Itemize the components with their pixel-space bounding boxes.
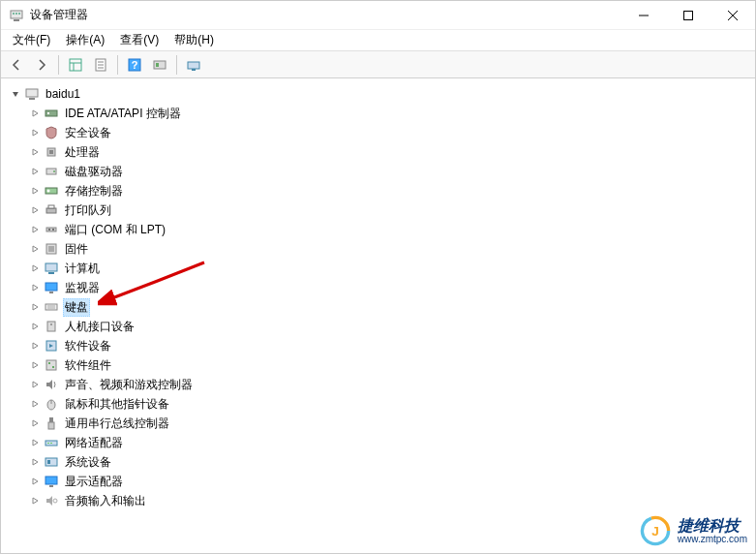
svg-text:J: J — [651, 524, 659, 539]
svg-rect-39 — [45, 263, 57, 271]
svg-rect-24 — [45, 110, 57, 116]
disk-icon — [44, 164, 59, 179]
forward-button[interactable] — [30, 53, 53, 77]
tree-node[interactable]: 存储控制器 — [5, 181, 751, 200]
svg-rect-42 — [49, 292, 53, 293]
tree-node[interactable]: 鼠标和其他指针设备 — [5, 394, 751, 414]
menu-help[interactable]: 帮助(H) — [166, 29, 222, 51]
tree-node[interactable]: 磁盘驱动器 — [5, 162, 751, 181]
expand-icon[interactable] — [28, 165, 42, 178]
tree-node[interactable]: 系统设备 — [5, 452, 751, 472]
tree-node-label: 计算机 — [63, 260, 102, 278]
expand-icon[interactable] — [28, 281, 42, 294]
svg-rect-27 — [49, 150, 53, 154]
tree-node[interactable]: 人机接口设备 — [5, 317, 751, 336]
svg-rect-54 — [49, 417, 53, 422]
expand-icon[interactable] — [28, 184, 42, 198]
tree-node[interactable]: 通用串行总线控制器 — [5, 414, 751, 433]
printer-icon — [44, 202, 59, 218]
svg-rect-25 — [47, 112, 49, 114]
tree-node[interactable]: 打印队列 — [5, 200, 751, 220]
expand-icon[interactable] — [28, 107, 42, 120]
expand-icon[interactable] — [28, 416, 42, 430]
tree-node-label: 软件设备 — [63, 337, 113, 355]
scan-hardware-button[interactable] — [148, 53, 171, 77]
svg-rect-38 — [48, 246, 54, 252]
devices-by-connection-button[interactable] — [182, 53, 205, 77]
minimize-button[interactable] — [621, 1, 666, 30]
properties-button[interactable] — [89, 53, 112, 77]
tree-node[interactable]: IDE ATA/ATAPI 控制器 — [5, 104, 751, 123]
watermark: J 捷维科技 www.zmtpc.com — [639, 514, 747, 547]
svg-rect-33 — [48, 205, 54, 208]
tree-node[interactable]: 安全设备 — [5, 123, 751, 142]
show-hide-tree-button[interactable] — [64, 53, 87, 77]
menu-file[interactable]: 文件(F) — [5, 29, 58, 51]
svg-rect-9 — [70, 59, 81, 71]
expand-icon[interactable] — [28, 436, 42, 449]
tree-node[interactable]: 固件 — [5, 239, 751, 259]
root-label: baidu1 — [44, 86, 82, 102]
tree-node[interactable]: 处理器 — [5, 142, 751, 162]
window-title: 设备管理器 — [30, 7, 621, 23]
svg-point-63 — [53, 499, 57, 503]
tree-node-label: 鼠标和其他指针设备 — [63, 395, 171, 414]
tree-node[interactable]: 软件设备 — [5, 336, 751, 355]
back-button[interactable] — [5, 53, 28, 77]
svg-point-36 — [52, 229, 54, 231]
expand-icon[interactable] — [28, 242, 42, 256]
usb-icon — [44, 416, 59, 431]
expand-icon[interactable] — [28, 378, 42, 391]
system-icon — [44, 454, 59, 470]
tree-node[interactable]: 声音、视频和游戏控制器 — [5, 375, 751, 394]
expand-icon[interactable] — [28, 145, 42, 159]
tree-node-label: 人机接口设备 — [63, 318, 136, 336]
expand-icon[interactable] — [28, 320, 42, 333]
svg-rect-43 — [45, 304, 57, 310]
tree-node[interactable]: 网络适配器 — [5, 433, 751, 452]
help-button[interactable]: ? — [123, 53, 146, 77]
close-button[interactable] — [711, 1, 755, 30]
svg-rect-23 — [29, 98, 35, 100]
hid-icon — [44, 319, 59, 334]
expand-icon[interactable] — [28, 455, 42, 469]
tree-node-label: 打印队列 — [63, 201, 113, 220]
expand-icon[interactable] — [28, 300, 42, 314]
software-icon — [44, 338, 59, 354]
expand-icon[interactable] — [28, 223, 42, 236]
device-tree[interactable]: baidu1 IDE ATA/ATAPI 控制器安全设备处理器磁盘驱动器存储控制… — [1, 78, 755, 553]
tree-node-label: 显示适配器 — [63, 473, 125, 491]
tree-node-label: 安全设备 — [63, 124, 113, 142]
maximize-button[interactable] — [666, 1, 711, 30]
svg-rect-22 — [26, 89, 38, 97]
expand-icon[interactable] — [28, 262, 42, 275]
tree-node[interactable]: 显示适配器 — [5, 472, 751, 491]
svg-rect-21 — [192, 69, 196, 71]
expand-icon[interactable] — [9, 87, 22, 101]
svg-rect-62 — [49, 485, 53, 487]
svg-rect-32 — [46, 208, 56, 213]
expand-icon[interactable] — [28, 475, 42, 488]
mouse-icon — [44, 396, 59, 412]
svg-rect-57 — [47, 443, 49, 444]
expand-icon[interactable] — [28, 203, 42, 217]
expand-icon[interactable] — [28, 126, 42, 139]
tree-node[interactable]: 软件组件 — [5, 355, 751, 375]
svg-point-47 — [50, 323, 52, 325]
tree-node[interactable]: 计算机 — [5, 259, 751, 278]
tree-node[interactable]: 音频输入和输出 — [5, 491, 751, 510]
svg-rect-46 — [47, 322, 55, 331]
expand-icon[interactable] — [28, 358, 42, 372]
expand-icon[interactable] — [28, 494, 42, 508]
menu-view[interactable]: 查看(V) — [112, 29, 166, 51]
expand-icon[interactable] — [28, 339, 42, 353]
tree-root-node[interactable]: baidu1 — [5, 84, 751, 104]
tree-node[interactable]: 端口 (COM 和 LPT) — [5, 220, 751, 239]
tree-node[interactable]: 键盘 — [5, 297, 751, 317]
expand-icon[interactable] — [28, 397, 42, 411]
tree-node[interactable]: 监视器 — [5, 278, 751, 297]
tree-node-label: 声音、视频和游戏控制器 — [63, 376, 195, 394]
menu-action[interactable]: 操作(A) — [58, 29, 112, 51]
window-buttons — [621, 1, 755, 30]
tree-node-label: 处理器 — [63, 143, 102, 162]
